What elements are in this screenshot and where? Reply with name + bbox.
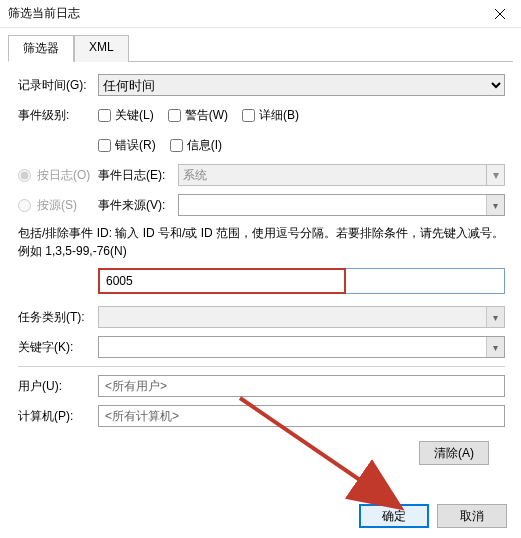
cb-verbose[interactable]: 详细(B) <box>242 107 299 124</box>
footer-buttons: 确定 取消 <box>359 504 507 528</box>
separator <box>18 366 505 367</box>
form-area: 记录时间(G): 任何时间 事件级别: 关键(L) 警告(W) 详细(B) 错误… <box>0 62 521 471</box>
label-keyword: 关键字(K): <box>18 339 98 356</box>
cb-critical[interactable]: 关键(L) <box>98 107 154 124</box>
cb-error[interactable]: 错误(R) <box>98 137 156 154</box>
label-logtime: 记录时间(G): <box>18 77 98 94</box>
radio-bylog: 按日志(O) <box>18 167 98 184</box>
cb-warning[interactable]: 警告(W) <box>168 107 228 124</box>
clear-button[interactable]: 清除(A) <box>419 441 489 465</box>
label-user: 用户(U): <box>18 378 98 395</box>
ok-button[interactable]: 确定 <box>359 504 429 528</box>
label-eventlog: 事件日志(E): <box>98 167 178 184</box>
chevron-down-icon[interactable]: ▾ <box>486 195 504 215</box>
taskcat-combo: ▾ <box>98 306 505 328</box>
close-button[interactable] <box>479 0 521 28</box>
cb-info[interactable]: 信息(I) <box>170 137 222 154</box>
eventsrc-combo[interactable]: ▾ <box>178 194 505 216</box>
label-level: 事件级别: <box>18 107 98 124</box>
tabstrip: 筛选器 XML <box>8 34 513 62</box>
eventid-input[interactable] <box>98 268 346 294</box>
chevron-down-icon[interactable]: ▾ <box>486 337 504 357</box>
computer-input[interactable] <box>98 405 505 427</box>
label-eventsrc: 事件来源(V): <box>98 197 178 214</box>
radio-bysource: 按源(S) <box>18 197 98 214</box>
window-title: 筛选当前日志 <box>8 5 80 22</box>
logtime-select[interactable]: 任何时间 <box>98 74 505 96</box>
label-taskcat: 任务类别(T): <box>18 309 98 326</box>
chevron-down-icon: ▾ <box>486 165 504 185</box>
tab-xml[interactable]: XML <box>74 35 129 62</box>
tab-filter[interactable]: 筛选器 <box>8 35 74 62</box>
eventid-help: 包括/排除事件 ID: 输入 ID 号和/或 ID 范围，使用逗号分隔。若要排除… <box>18 224 505 260</box>
eventlog-combo: 系统 ▾ <box>178 164 505 186</box>
titlebar: 筛选当前日志 <box>0 0 521 28</box>
label-computer: 计算机(P): <box>18 408 98 425</box>
keyword-combo[interactable]: ▾ <box>98 336 505 358</box>
chevron-down-icon: ▾ <box>486 307 504 327</box>
cancel-button[interactable]: 取消 <box>437 504 507 528</box>
eventid-ext[interactable] <box>346 268 505 294</box>
close-icon <box>495 9 505 19</box>
user-input[interactable] <box>98 375 505 397</box>
